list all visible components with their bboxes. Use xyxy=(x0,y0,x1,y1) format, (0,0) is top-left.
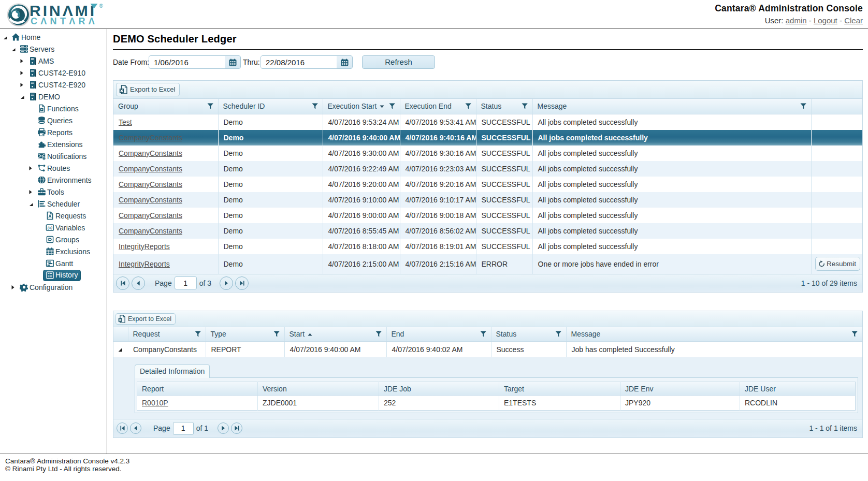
svg-text:CΛNTΛRΛ: CΛNTΛRΛ xyxy=(31,16,98,26)
svg-text:®: ® xyxy=(99,3,104,9)
